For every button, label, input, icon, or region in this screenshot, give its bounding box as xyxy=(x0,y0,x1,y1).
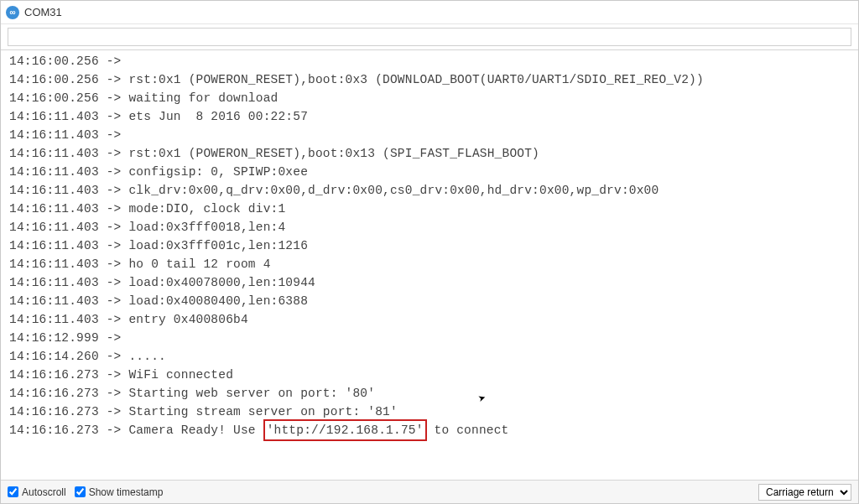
log-line: 14:16:11.403 -> load:0x3fff0018,len:4 xyxy=(9,218,850,236)
log-line: 14:16:14.260 -> ..... xyxy=(9,347,850,366)
log-line: 14:16:16.273 -> Starting stream server o… xyxy=(9,403,850,421)
log-line-camera-ready: 14:16:16.273 -> Camera Ready! Use 'http:… xyxy=(9,421,850,439)
terminal-output[interactable]: -- . -- . -- . -- . -- -- -- - --- -- . … xyxy=(1,50,858,480)
log-line: 14:16:12.999 -> xyxy=(9,329,850,347)
log-line: 14:16:11.403 -> load:0x40078000,len:1094… xyxy=(9,273,850,292)
log-line: 14:16:11.403 -> xyxy=(9,126,850,144)
timestamp-toggle[interactable]: Show timestamp xyxy=(75,486,164,498)
send-input[interactable] xyxy=(8,28,851,46)
log-line: 14:16:11.403 -> configsip: 0, SPIWP:0xee xyxy=(9,163,850,181)
titlebar: ∞ COM31 xyxy=(1,1,858,24)
highlighted-url: 'http://192.168.1.75' xyxy=(263,419,427,441)
log-line: 14:16:00.256 -> xyxy=(9,52,850,70)
timestamp-label: Show timestamp xyxy=(89,486,164,498)
log-line: 14:16:11.403 -> ets Jun 8 2016 00:22:57 xyxy=(9,107,850,126)
log-line: 14:16:11.403 -> load:0x40080400,len:6388 xyxy=(9,292,850,310)
serial-monitor-window: ∞ COM31 -- . -- . -- . -- . -- -- -- - -… xyxy=(0,0,859,504)
line-ending-select[interactable]: No line endingNewlineCarriage returnBoth… xyxy=(758,484,851,501)
log-line: 14:16:16.273 -> WiFi connected xyxy=(9,366,850,384)
log-line: 14:16:11.403 -> clk_drv:0x00,q_drv:0x00,… xyxy=(9,181,850,200)
timestamp-checkbox[interactable] xyxy=(75,486,86,497)
log-line: 14:16:00.256 -> rst:0x1 (POWERON_RESET),… xyxy=(9,70,850,89)
log-line: 14:16:00.256 -> waiting for download xyxy=(9,89,850,107)
log-line: 14:16:16.273 -> Starting web server on p… xyxy=(9,384,850,403)
footer-bar: Autoscroll Show timestamp No line ending… xyxy=(1,480,858,503)
log-line: 14:16:11.403 -> rst:0x1 (POWERON_RESET),… xyxy=(9,144,850,163)
autoscroll-label: Autoscroll xyxy=(22,486,66,498)
send-row xyxy=(1,24,858,50)
log-line: 14:16:11.403 -> mode:DIO, clock div:1 xyxy=(9,200,850,218)
autoscroll-checkbox[interactable] xyxy=(8,486,18,497)
log-line: 14:16:11.403 -> entry 0x400806b4 xyxy=(9,310,850,329)
window-title: COM31 xyxy=(24,6,62,18)
log-line: 14:16:11.403 -> ho 0 tail 12 room 4 xyxy=(9,255,850,273)
autoscroll-toggle[interactable]: Autoscroll xyxy=(8,486,66,498)
log-line: 14:16:11.403 -> load:0x3fff001c,len:1216 xyxy=(9,236,850,255)
app-icon: ∞ xyxy=(6,6,19,19)
